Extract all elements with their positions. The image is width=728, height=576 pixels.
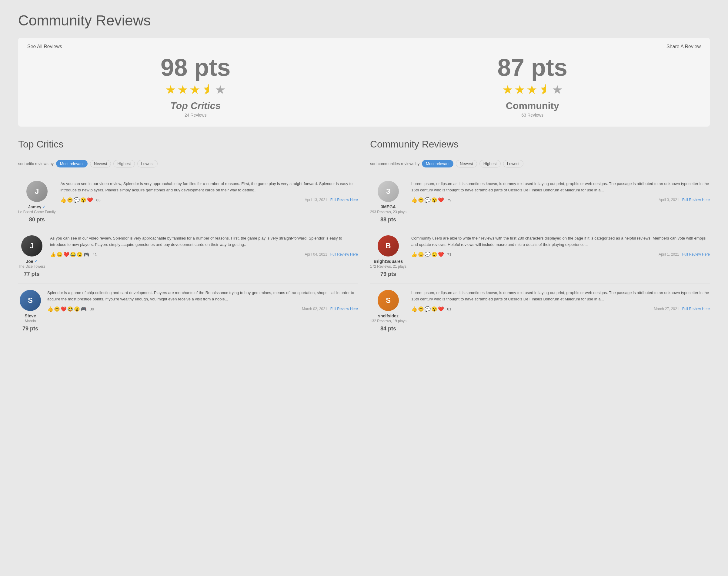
community-sort-lowest[interactable]: Lowest (503, 160, 523, 168)
reaction-icon[interactable]: ❤️ (87, 197, 93, 203)
reviewer-name: BrightSquares (374, 259, 403, 264)
full-review-link[interactable]: Full Review Here (682, 252, 710, 257)
reaction-icon[interactable]: 😮 (80, 197, 86, 203)
avatar: J (21, 235, 43, 257)
reaction-count: 39 (90, 307, 94, 311)
critics-sort-highest[interactable]: Highest (113, 160, 135, 168)
community-reviews-column: Community Reviews sort communities revie… (370, 139, 710, 338)
community-label: Community (506, 100, 559, 111)
avatar: S (20, 290, 41, 311)
reaction-icon[interactable]: ❤️ (61, 306, 67, 312)
reaction-icon[interactable]: 👍 (60, 197, 66, 203)
reviewer-org: Le Board Game Family (18, 210, 55, 214)
full-review-link[interactable]: Full Review Here (682, 307, 710, 311)
community-reviews-list: 33MEGA293 Reviews, 23 plays88 ptsLorem i… (370, 175, 710, 338)
reaction-icon[interactable]: 😊 (54, 306, 60, 312)
review-footer: 👍😊❤️😂😮🎮39March 02, 2021Full Review Here (47, 306, 358, 312)
review-item: 33MEGA293 Reviews, 23 plays88 ptsLorem i… (370, 175, 710, 229)
reaction-icon[interactable]: 😮 (431, 252, 437, 257)
reviewer-info: BrightSquares172 Reviews, 21 plays (370, 259, 406, 269)
reviewer-org: 172 Reviews, 21 plays (370, 264, 406, 269)
review-item: JJamey✓Le Board Game Family80 ptsAs you … (18, 175, 358, 229)
community-divider (370, 155, 710, 155)
reaction-count: 83 (96, 198, 100, 202)
reaction-icon[interactable]: 💬 (425, 306, 431, 312)
reaction-icon[interactable]: 👍 (411, 197, 417, 203)
reviewer-info: Joe✓The Dice Towerz (18, 259, 45, 269)
reaction-icon[interactable]: 👍 (50, 252, 56, 257)
critics-label: Top Critics (170, 100, 221, 111)
review-score: 79 pts (22, 325, 38, 332)
avatar: J (26, 181, 48, 202)
reaction-icon[interactable]: ❤️ (438, 252, 444, 257)
reaction-icon[interactable]: 😊 (67, 197, 73, 203)
review-content: Lorem ipsum, or lipsum as it is sometime… (411, 290, 710, 312)
review-left: Sshelfsidez132 Reviews, 19 plays84 pts (370, 290, 406, 332)
verified-icon: ✓ (43, 205, 46, 209)
reaction-icon[interactable]: 😮 (77, 252, 83, 257)
reaction-icon[interactable]: 💬 (74, 197, 80, 203)
reaction-icon[interactable]: 👍 (411, 306, 417, 312)
full-review-link[interactable]: Full Review Here (330, 198, 358, 202)
critics-sort-bar: sort critic reviews by Most relevant New… (18, 160, 358, 168)
review-content: As you can see in our video review, Sple… (50, 235, 358, 257)
reaction-icon[interactable]: 👍 (47, 306, 53, 312)
community-sort-most-relevant[interactable]: Most relevant (422, 160, 453, 168)
c-star-2: ★ (514, 83, 525, 96)
reaction-icon[interactable]: 😮 (74, 306, 80, 312)
review-score: 84 pts (380, 325, 396, 332)
reaction-icon[interactable]: 💬 (425, 197, 431, 203)
community-stars: ★ ★ ★ ⯨ ★ (502, 83, 563, 96)
review-content: Community users are able to write their … (411, 235, 710, 257)
full-review-link[interactable]: Full Review Here (330, 307, 358, 311)
review-footer: 👍😊💬😮❤️79April 3, 2021Full Review Here (411, 197, 710, 203)
reaction-icon[interactable]: 😮 (431, 197, 437, 203)
reaction-icon[interactable]: 👍 (411, 252, 417, 257)
reaction-icon[interactable]: 🎮 (81, 306, 87, 312)
review-text: Community users are able to write their … (411, 235, 710, 248)
review-text: Splendor is a game of chip-collecting an… (47, 290, 358, 303)
community-sort-highest[interactable]: Highest (480, 160, 501, 168)
reviewer-name: Jamey✓ (28, 204, 46, 209)
review-item: Sshelfsidez132 Reviews, 19 plays84 ptsLo… (370, 284, 710, 338)
review-date: April 04, 2021 (305, 252, 327, 257)
reaction-icon[interactable]: 🎮 (83, 252, 89, 257)
reaction-icon[interactable]: 😊 (57, 252, 63, 257)
reaction-icon[interactable]: 😊 (418, 197, 424, 203)
top-critics-title: Top Critics (18, 139, 358, 150)
reaction-count: 61 (447, 307, 451, 311)
full-review-link[interactable]: Full Review Here (330, 252, 358, 257)
reaction-icon[interactable]: ❤️ (438, 197, 444, 203)
page-title: Community Reviews (18, 12, 710, 29)
critics-sort-most-relevant[interactable]: Most relevant (56, 160, 88, 168)
reaction-icon[interactable]: 😂 (70, 252, 76, 257)
reaction-icon[interactable]: 😊 (418, 252, 424, 257)
critics-sort-lowest[interactable]: Lowest (137, 160, 158, 168)
critics-sort-newest[interactable]: Newest (90, 160, 111, 168)
reaction-icon[interactable]: 💬 (425, 252, 431, 257)
reaction-icon[interactable]: ❤️ (438, 306, 444, 312)
reviewer-name: Steve (25, 313, 36, 318)
reviewer-name: Joe✓ (26, 259, 37, 264)
reaction-icon[interactable]: 😮 (431, 306, 437, 312)
reaction-icons: 👍😊💬😮❤️ (411, 252, 444, 257)
top-critics-column: Top Critics sort critic reviews by Most … (18, 139, 358, 338)
reviewer-name: shelfsidez (378, 313, 399, 318)
full-review-link[interactable]: Full Review Here (682, 198, 710, 202)
reviewer-org: Mahdo (25, 319, 36, 323)
reaction-icon[interactable]: 😂 (67, 306, 73, 312)
review-score: 80 pts (29, 217, 45, 223)
share-review-link[interactable]: Share A Review (667, 44, 701, 49)
score-card: See All Reviews Share A Review 98 pts ★ … (18, 38, 710, 126)
community-sort-newest[interactable]: Newest (456, 160, 477, 168)
see-all-reviews-link[interactable]: See All Reviews (27, 44, 62, 49)
review-item: SSteveMahdo79 ptsSplendor is a game of c… (18, 284, 358, 338)
reaction-icon[interactable]: ❤️ (63, 252, 70, 257)
review-left: SSteveMahdo79 pts (18, 290, 43, 332)
reaction-icon[interactable]: 😊 (418, 306, 424, 312)
avatar-initials: J (30, 242, 34, 250)
review-text: As you can see in our video review, Sple… (50, 235, 358, 248)
star-3: ★ (189, 83, 200, 96)
review-left: JJoe✓The Dice Towerz77 pts (18, 235, 45, 278)
reaction-icons: 👍😊💬😮❤️ (411, 197, 444, 203)
